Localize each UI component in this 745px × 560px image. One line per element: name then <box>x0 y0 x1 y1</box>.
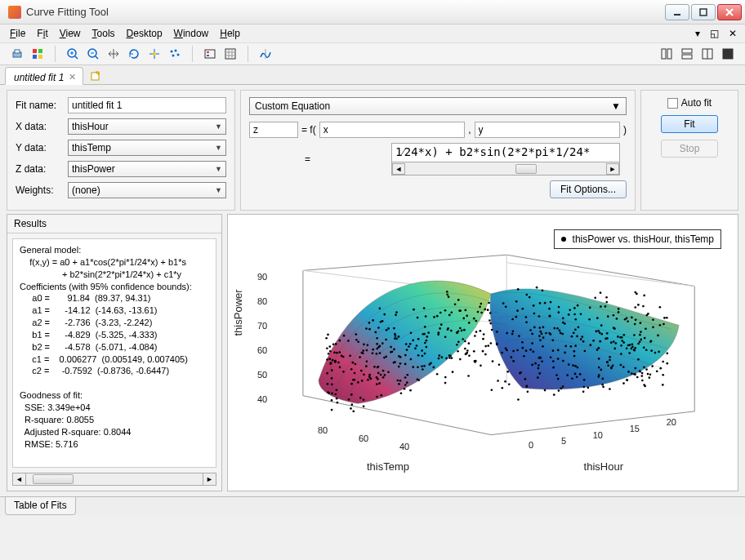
svg-point-223 <box>482 338 484 340</box>
stop-button[interactable]: Stop <box>661 140 718 158</box>
menu-tools[interactable]: Tools <box>87 26 120 41</box>
menu-view[interactable]: View <box>55 26 86 41</box>
svg-point-188 <box>648 376 650 379</box>
svg-point-445 <box>336 352 338 354</box>
svg-point-333 <box>534 362 537 365</box>
fit-options-button[interactable]: Fit Options... <box>550 180 627 198</box>
layout4-icon[interactable] <box>719 45 737 63</box>
equation-y-input[interactable] <box>475 122 621 138</box>
fit-name-input[interactable] <box>68 97 226 113</box>
scroll-left-icon[interactable]: ◄ <box>392 163 405 175</box>
zoom-out-icon[interactable] <box>84 45 102 63</box>
new-tab-button[interactable] <box>87 68 105 84</box>
mdi-restore-icon[interactable]: ◱ <box>707 28 722 39</box>
fit-button[interactable]: Fit <box>661 115 718 133</box>
layout3-icon[interactable] <box>698 45 716 63</box>
menu-window[interactable]: Window <box>169 26 214 41</box>
svg-point-476 <box>446 291 448 293</box>
svg-point-389 <box>617 336 619 338</box>
print-icon[interactable] <box>8 45 26 63</box>
svg-point-117 <box>412 340 414 342</box>
svg-point-569 <box>444 382 447 384</box>
svg-point-551 <box>465 309 467 312</box>
svg-point-482 <box>573 332 575 335</box>
menu-desktop[interactable]: Desktop <box>122 26 167 41</box>
svg-point-240 <box>381 342 384 344</box>
equation-hscrollbar[interactable]: ◄ ► <box>391 162 620 176</box>
results-hscrollbar[interactable]: ◄ ► <box>12 473 216 486</box>
svg-point-115 <box>621 336 623 339</box>
scroll-thumb[interactable] <box>515 164 537 174</box>
svg-point-138 <box>597 347 600 349</box>
x-tick: 0 <box>529 440 533 450</box>
mdi-close-icon[interactable]: ✕ <box>725 28 740 39</box>
weights-value: (none) <box>72 184 100 196</box>
zoom-in-icon[interactable] <box>64 45 82 63</box>
auto-fit-checkbox[interactable]: Auto fit <box>667 97 712 109</box>
y-data-combo[interactable]: thisTemp▼ <box>68 140 226 156</box>
svg-point-270 <box>462 338 464 340</box>
pan-icon[interactable] <box>105 45 123 63</box>
svg-point-373 <box>525 349 528 352</box>
weights-combo[interactable]: (none)▼ <box>68 182 226 198</box>
svg-point-97 <box>662 361 664 363</box>
residuals-icon[interactable] <box>257 45 274 63</box>
maximize-button[interactable] <box>691 4 716 20</box>
svg-point-195 <box>427 331 430 334</box>
svg-point-559 <box>372 349 374 351</box>
svg-point-218 <box>609 356 611 358</box>
svg-point-420 <box>336 389 338 391</box>
svg-point-172 <box>658 351 660 353</box>
svg-point-518 <box>424 342 426 344</box>
scroll-right-icon[interactable]: ► <box>606 163 619 175</box>
scroll-left-icon[interactable]: ◄ <box>13 473 26 485</box>
equation-lhs-input[interactable] <box>249 122 298 138</box>
axes-3d[interactable]: 40 50 60 70 80 90 0 5 10 15 20 80 60 40 … <box>261 239 721 466</box>
svg-point-403 <box>404 363 407 366</box>
svg-point-525 <box>639 371 641 373</box>
svg-point-467 <box>467 375 470 377</box>
legend-icon[interactable] <box>201 45 219 63</box>
z-axis-label: thisPower <box>232 290 244 336</box>
svg-point-101 <box>573 355 576 358</box>
svg-point-422 <box>348 398 350 401</box>
minimize-button[interactable] <box>665 4 689 20</box>
palette-icon[interactable] <box>29 45 47 63</box>
layout1-icon[interactable] <box>658 45 676 63</box>
menu-file[interactable]: File <box>5 26 30 41</box>
plot-panel[interactable]: thisPower vs. thisHour, thisTemp <box>227 214 738 491</box>
plot-legend[interactable]: thisPower vs. thisHour, thisTemp <box>554 229 721 249</box>
equation-body-input[interactable]: 1⁄24*x) + b2*sin(2*2*pi*1/24* <box>391 143 620 162</box>
close-button[interactable] <box>717 4 742 20</box>
svg-point-409 <box>423 307 426 309</box>
brush-icon[interactable] <box>166 45 184 63</box>
data-cursor-icon[interactable] <box>145 45 163 63</box>
svg-point-470 <box>404 376 407 379</box>
rotate-icon[interactable] <box>125 45 143 63</box>
close-tab-icon[interactable]: ✕ <box>69 72 76 82</box>
scroll-right-icon[interactable]: ► <box>203 473 216 485</box>
svg-point-62 <box>461 330 463 332</box>
svg-point-204 <box>521 308 524 310</box>
grid-icon[interactable] <box>221 45 239 63</box>
svg-point-221 <box>439 327 441 330</box>
menu-fit[interactable]: Fit <box>32 26 52 41</box>
svg-point-489 <box>489 322 492 325</box>
svg-point-146 <box>545 332 547 335</box>
z-data-combo[interactable]: thisPower▼ <box>68 161 226 177</box>
equation-x-input[interactable] <box>319 122 466 138</box>
svg-point-159 <box>422 333 425 336</box>
scroll-thumb[interactable] <box>33 474 74 484</box>
svg-point-90 <box>373 366 376 368</box>
layout2-icon[interactable] <box>678 45 696 63</box>
fit-type-combo[interactable]: Custom Equation ▼ <box>249 97 627 115</box>
fit-control-panel: Auto fit Fit Stop <box>640 90 738 211</box>
svg-point-225 <box>423 365 426 367</box>
menu-help[interactable]: Help <box>215 26 245 41</box>
svg-point-508 <box>613 348 616 350</box>
svg-point-453 <box>398 366 400 368</box>
x-data-combo[interactable]: thisHour▼ <box>68 118 226 135</box>
table-of-fits-tab[interactable]: Table of Fits <box>5 497 76 515</box>
mdi-minimize-icon[interactable]: ▾ <box>692 28 703 39</box>
doc-tab-untitled[interactable]: untitled fit 1 ✕ <box>5 67 83 85</box>
